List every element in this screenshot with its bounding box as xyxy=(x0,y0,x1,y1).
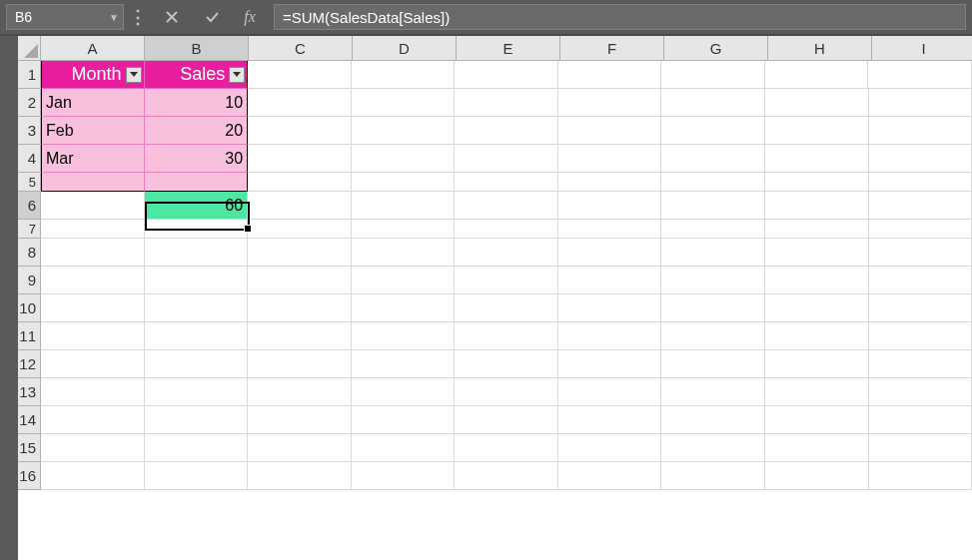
cell-g15[interactable] xyxy=(661,434,765,462)
cell-g4[interactable] xyxy=(661,145,765,173)
cell-i16[interactable] xyxy=(869,462,973,490)
cell-e6[interactable] xyxy=(455,192,558,220)
cell-f7[interactable] xyxy=(558,220,662,239)
cell-d4[interactable] xyxy=(352,145,456,173)
cell-e15[interactable] xyxy=(455,434,558,462)
cell-h4[interactable] xyxy=(765,145,869,173)
row-header-9[interactable]: 9 xyxy=(18,267,41,294)
cell-c11[interactable] xyxy=(248,322,352,350)
cell-e11[interactable] xyxy=(455,322,558,350)
cell-i15[interactable] xyxy=(869,434,973,462)
cell-g5[interactable] xyxy=(661,173,765,192)
row-header-5[interactable]: 5 xyxy=(18,173,41,192)
cell-i11[interactable] xyxy=(869,322,973,350)
cell-c4[interactable] xyxy=(248,145,352,173)
cell-b13[interactable] xyxy=(145,378,249,406)
cell-g16[interactable] xyxy=(661,462,765,490)
cell-h15[interactable] xyxy=(765,434,869,462)
cell-g12[interactable] xyxy=(661,350,765,378)
filter-dropdown-month[interactable] xyxy=(126,67,142,83)
cell-a13[interactable] xyxy=(41,378,145,406)
cell-c16[interactable] xyxy=(248,462,352,490)
row-header-8[interactable]: 8 xyxy=(18,239,41,267)
cell-g9[interactable] xyxy=(661,267,765,294)
cancel-formula-button[interactable] xyxy=(152,4,192,30)
cell-e12[interactable] xyxy=(455,350,558,378)
cell-d8[interactable] xyxy=(352,239,456,267)
cell-a14[interactable] xyxy=(41,406,145,434)
cell-i2[interactable] xyxy=(869,89,973,117)
select-all-corner[interactable] xyxy=(18,36,41,61)
cell-b9[interactable] xyxy=(145,267,249,294)
cell-i1[interactable] xyxy=(868,61,972,89)
cell-a8[interactable] xyxy=(41,239,145,267)
cell-e7[interactable] xyxy=(455,220,558,239)
cell-i4[interactable] xyxy=(869,145,973,173)
cell-e10[interactable] xyxy=(455,294,558,322)
cell-g11[interactable] xyxy=(661,322,765,350)
formula-input[interactable]: =SUM(SalesData[Sales]) xyxy=(274,4,966,30)
row-header-3[interactable]: 3 xyxy=(18,117,41,145)
cell-a1[interactable]: Month xyxy=(41,61,145,89)
cell-c13[interactable] xyxy=(248,378,352,406)
name-box[interactable]: B6 ▼ xyxy=(6,4,124,30)
row-header-14[interactable]: 14 xyxy=(18,406,41,434)
cell-h8[interactable] xyxy=(765,239,869,267)
col-header-g[interactable]: G xyxy=(664,36,768,61)
row-header-6[interactable]: 6 xyxy=(18,192,41,220)
cell-f15[interactable] xyxy=(558,434,662,462)
cell-e4[interactable] xyxy=(455,145,558,173)
cell-e13[interactable] xyxy=(455,378,558,406)
cell-a10[interactable] xyxy=(41,294,145,322)
cell-e5[interactable] xyxy=(455,173,558,192)
cell-h11[interactable] xyxy=(765,322,869,350)
cell-a16[interactable] xyxy=(41,462,145,490)
row-header-13[interactable]: 13 xyxy=(18,378,41,406)
cell-f10[interactable] xyxy=(558,294,662,322)
cell-c12[interactable] xyxy=(248,350,352,378)
cell-f2[interactable] xyxy=(558,89,662,117)
row-header-11[interactable]: 11 xyxy=(18,322,41,350)
cell-g2[interactable] xyxy=(661,89,765,117)
cell-b7[interactable] xyxy=(145,220,249,239)
col-header-e[interactable]: E xyxy=(457,36,560,61)
cell-e9[interactable] xyxy=(455,267,558,294)
cell-b16[interactable] xyxy=(145,462,249,490)
row-header-10[interactable]: 10 xyxy=(18,294,41,322)
insert-function-button[interactable]: fx xyxy=(232,4,268,30)
cell-a12[interactable] xyxy=(41,350,145,378)
cell-e8[interactable] xyxy=(455,239,558,267)
cell-h16[interactable] xyxy=(765,462,869,490)
row-header-7[interactable]: 7 xyxy=(18,220,41,239)
cell-h1[interactable] xyxy=(765,61,869,89)
col-header-f[interactable]: F xyxy=(560,36,664,61)
cell-i8[interactable] xyxy=(869,239,973,267)
cell-i13[interactable] xyxy=(869,378,973,406)
cell-h12[interactable] xyxy=(765,350,869,378)
cell-h14[interactable] xyxy=(765,406,869,434)
cell-g14[interactable] xyxy=(661,406,765,434)
cell-f9[interactable] xyxy=(558,267,662,294)
cell-d15[interactable] xyxy=(352,434,456,462)
cell-f4[interactable] xyxy=(558,145,662,173)
cell-i12[interactable] xyxy=(869,350,973,378)
cell-d5[interactable] xyxy=(352,173,456,192)
cell-a5[interactable] xyxy=(41,173,145,192)
cell-a15[interactable] xyxy=(41,434,145,462)
cell-c6[interactable] xyxy=(248,192,352,220)
cell-h2[interactable] xyxy=(765,89,869,117)
cell-a6[interactable] xyxy=(41,192,145,220)
cell-h10[interactable] xyxy=(765,294,869,322)
col-header-d[interactable]: D xyxy=(353,36,457,61)
cell-c14[interactable] xyxy=(248,406,352,434)
cell-f14[interactable] xyxy=(558,406,662,434)
cell-d10[interactable] xyxy=(352,294,456,322)
col-header-c[interactable]: C xyxy=(249,36,353,61)
name-box-dropdown-icon[interactable]: ▼ xyxy=(109,12,119,23)
cell-h7[interactable] xyxy=(765,220,869,239)
cell-c15[interactable] xyxy=(248,434,352,462)
col-header-h[interactable]: H xyxy=(768,36,872,61)
cell-a3[interactable]: Feb xyxy=(41,117,145,145)
cell-i5[interactable] xyxy=(869,173,973,192)
cell-h3[interactable] xyxy=(765,117,869,145)
